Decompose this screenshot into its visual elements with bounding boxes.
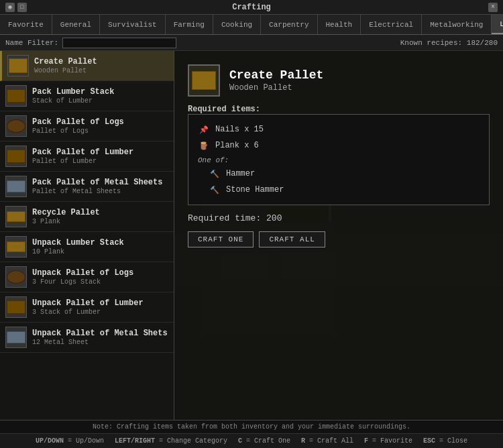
shortcut-craft-one: C = Craft One xyxy=(238,437,290,445)
name-filter-input[interactable] xyxy=(62,38,176,48)
recipe-item-unpack-metal[interactable]: Unpack Pallet of Metal Shets 12 Metal Sh… xyxy=(0,323,174,353)
recipe-subtitle-pack-lumber: Stack of Lumber xyxy=(32,97,114,105)
recipe-item-pack-metal[interactable]: Pack Pallet of Metal Sheets Pallet of Me… xyxy=(0,172,174,202)
recipe-item-unpack-lumber-pallet[interactable]: Unpack Pallet of Lumber 3 Stack of Lumbe… xyxy=(0,292,174,323)
recipe-subtitle-unpack-logs: 3 Four Logs Stack xyxy=(32,278,133,286)
shortcut-favorite: F = Favorite xyxy=(364,437,412,445)
stone-hammer-icon xyxy=(209,184,221,196)
plank-icon xyxy=(198,139,210,152)
recipe-text-create-pallet: Create Pallet Wooden Pallet xyxy=(34,57,97,74)
shortcut-esc: ESC = Close xyxy=(423,437,467,445)
bottom-note: Note: Crafting items taken from both inv… xyxy=(0,420,503,433)
tab-carpentry[interactable]: Carpentry xyxy=(261,15,317,34)
recipe-text-unpack-lumber-pallet: Unpack Pallet of Lumber 3 Stack of Lumbe… xyxy=(32,298,144,316)
recipe-subtitle-pack-metal: Pallet of Metal Sheets xyxy=(32,188,162,195)
ingredient-hammer: Hammer xyxy=(198,166,480,182)
hammer-text: Hammer xyxy=(226,169,255,178)
recipe-text-pack-lumber-pallet: Pack Pallet of Lumber Pallet of Lumber xyxy=(32,148,133,165)
title-bar-icons: ◉ □ xyxy=(5,3,27,12)
recipe-subtitle-recycle-pallet: 3 Plank xyxy=(32,218,100,225)
ingredient-plank: Plank x 6 xyxy=(198,137,480,154)
recipe-name-unpack-logs: Unpack Pallet of Logs xyxy=(32,268,133,278)
crafting-window: ◉ □ Crafting × Favorite General Survival… xyxy=(0,0,503,448)
tab-health[interactable]: Health xyxy=(318,15,361,34)
tab-survivalist[interactable]: Survivalist xyxy=(100,15,166,34)
recipe-name-create-pallet: Create Pallet xyxy=(34,57,97,66)
recipe-name-unpack-lumber-pallet: Unpack Pallet of Lumber xyxy=(32,298,144,308)
recipe-list: Create Pallet Wooden Pallet Pack Lumber … xyxy=(0,51,174,420)
tab-metalworking[interactable]: Metalworking xyxy=(422,15,492,34)
recipe-icon-pack-metal xyxy=(5,176,27,197)
nails-text: Nails x 15 xyxy=(215,125,264,134)
recipe-icon-pack-lumber xyxy=(5,85,27,107)
recipe-text-unpack-lumber: Unpack Lumber Stack 10 Plank xyxy=(32,238,124,256)
window-icon-1[interactable]: ◉ xyxy=(5,3,15,12)
recipe-name-pack-lumber: Pack Lumber Stack xyxy=(32,87,114,97)
recipe-icon-pack-logs xyxy=(5,115,27,137)
tab-general[interactable]: General xyxy=(52,15,100,34)
craft-one-button[interactable]: CRAFT ONE xyxy=(188,231,254,247)
stone-hammer-text: Stone Hammer xyxy=(226,185,284,194)
recipe-text-pack-lumber: Pack Lumber Stack Stack of Lumber xyxy=(32,87,114,105)
detail-title-block: Create Pallet Wooden Pallet xyxy=(229,68,323,93)
recipe-item-create-pallet[interactable]: Create Pallet Wooden Pallet xyxy=(0,51,174,81)
recipe-text-unpack-logs: Unpack Pallet of Logs 3 Four Logs Stack xyxy=(32,268,133,286)
recipe-name-recycle-pallet: Recycle Pallet xyxy=(32,208,100,217)
tab-logistics[interactable]: Logistics xyxy=(492,15,503,34)
recipe-icon-unpack-logs xyxy=(5,266,27,288)
known-recipes: Known recipes: 182/280 xyxy=(400,39,498,47)
craft-all-button[interactable]: CRAFT ALL xyxy=(259,231,325,247)
hammer-icon xyxy=(209,168,221,180)
recipe-icon-create-pallet xyxy=(7,55,29,76)
tab-favorite[interactable]: Favorite xyxy=(0,15,52,34)
shortcuts-bar: UP/DOWN = Up/Down LEFT/RIGHT = Change Ca… xyxy=(0,433,503,448)
recipe-text-pack-logs: Pack Pallet of Logs Pallet of Logs xyxy=(32,117,124,135)
recipe-icon-recycle-pallet xyxy=(5,206,27,227)
recipe-name-pack-lumber-pallet: Pack Pallet of Lumber xyxy=(32,148,133,157)
recipe-subtitle-pack-lumber-pallet: Pallet of Lumber xyxy=(32,158,133,165)
close-button[interactable]: × xyxy=(488,3,498,12)
recipe-subtitle-create-pallet: Wooden Pallet xyxy=(34,67,97,74)
detail-header: Create Pallet Wooden Pallet xyxy=(188,64,490,97)
tab-farming[interactable]: Farming xyxy=(166,15,213,34)
one-of-label: One of: xyxy=(198,154,480,166)
recipe-item-pack-lumber-pallet[interactable]: Pack Pallet of Lumber Pallet of Lumber xyxy=(0,142,174,172)
recipe-subtitle-unpack-metal: 12 Metal Sheet xyxy=(32,339,168,346)
recipe-name-pack-logs: Pack Pallet of Logs xyxy=(32,117,124,127)
recipe-item-recycle-pallet[interactable]: Recycle Pallet 3 Plank xyxy=(0,202,174,232)
recipe-item-unpack-lumber[interactable]: Unpack Lumber Stack 10 Plank xyxy=(0,232,174,262)
detail-subtitle: Wooden Pallet xyxy=(229,83,323,93)
recipe-item-pack-logs[interactable]: Pack Pallet of Logs Pallet of Logs xyxy=(0,111,174,142)
ingredient-nails: Nails x 15 xyxy=(198,121,480,137)
tab-cooking[interactable]: Cooking xyxy=(213,15,261,34)
recipe-item-unpack-logs[interactable]: Unpack Pallet of Logs 3 Four Logs Stack xyxy=(0,262,174,292)
tab-electrical[interactable]: Electrical xyxy=(361,15,422,34)
recipe-text-pack-metal: Pack Pallet of Metal Sheets Pallet of Me… xyxy=(32,178,162,195)
plank-text: Plank x 6 xyxy=(215,141,259,150)
tab-bar: Favorite General Survivalist Farming Coo… xyxy=(0,15,503,35)
detail-icon xyxy=(188,64,220,97)
detail-title: Create Pallet xyxy=(229,68,323,82)
recipes-bar: Name Filter: Known recipes: 182/280 xyxy=(0,35,503,51)
required-time: Required time: 200 xyxy=(188,213,490,223)
recipe-icon-pack-lumber-pallet xyxy=(5,146,27,167)
recipe-item-pack-lumber[interactable]: Pack Lumber Stack Stack of Lumber xyxy=(0,81,174,111)
recipe-text-recycle-pallet: Recycle Pallet 3 Plank xyxy=(32,208,100,225)
shortcut-updown: UP/DOWN = Up/Down xyxy=(36,437,104,445)
recipe-icon-unpack-metal xyxy=(5,327,27,348)
recipe-icon-unpack-lumber-pallet xyxy=(5,296,27,318)
recipe-subtitle-unpack-lumber-pallet: 3 Stack of Lumber xyxy=(32,309,144,316)
recipe-text-unpack-metal: Unpack Pallet of Metal Shets 12 Metal Sh… xyxy=(32,329,168,346)
recipe-subtitle-pack-logs: Pallet of Logs xyxy=(32,127,124,135)
shortcut-leftright: LEFT/RIGHT = Change Category xyxy=(115,437,227,445)
name-filter-label: Name Filter: xyxy=(5,39,58,47)
required-items-section: Required items: Nails x 15 Plank x 6 One… xyxy=(188,105,490,205)
recipe-icon-unpack-lumber xyxy=(5,236,27,258)
ingredients-box: Nails x 15 Plank x 6 One of: Hammer xyxy=(188,114,490,205)
recipe-subtitle-unpack-lumber: 10 Plank xyxy=(32,248,124,256)
shortcut-craft-all: R = Craft All xyxy=(301,437,353,445)
title-bar: ◉ □ Crafting × xyxy=(0,0,503,15)
recipe-name-unpack-lumber: Unpack Lumber Stack xyxy=(32,238,124,247)
window-icon-2[interactable]: □ xyxy=(17,3,27,12)
ingredient-stone-hammer: Stone Hammer xyxy=(198,182,480,198)
